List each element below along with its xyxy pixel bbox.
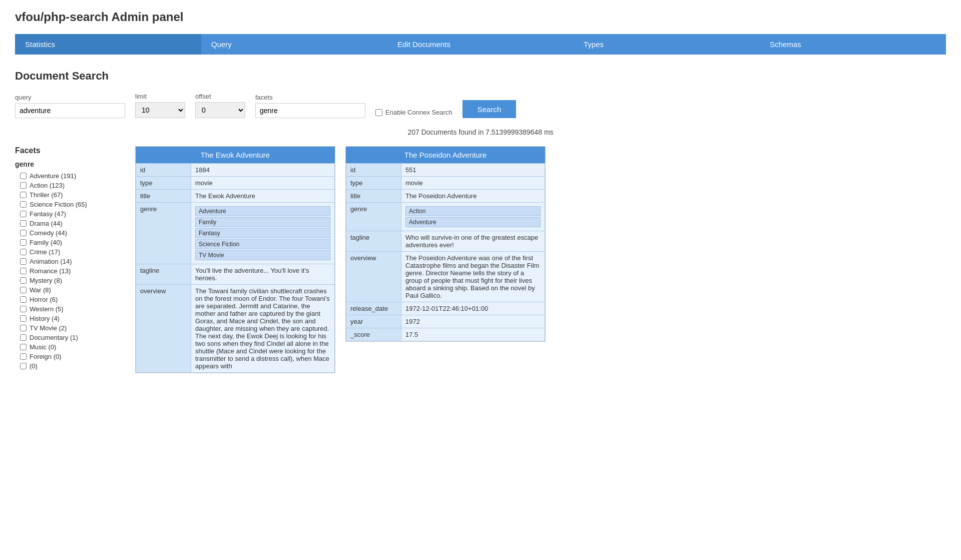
table-row: taglineYou'll live the adventure... You'… [136,264,335,285]
facet-checkbox[interactable] [20,258,27,265]
facet-label[interactable]: Thriller (67) [30,191,63,199]
facet-label[interactable]: Animation (14) [30,258,72,265]
field-value: 17.5 [401,328,545,341]
enable-connex-checkbox[interactable] [375,109,382,116]
facet-label[interactable]: Comedy (44) [30,229,67,237]
search-button[interactable]: Search [462,100,517,118]
facet-label[interactable]: TV Movie (2) [30,324,67,332]
field-value: The Towani family civilian shuttlecraft … [191,285,335,373]
facet-checkbox[interactable] [20,239,27,246]
genre-facet-label: genre [15,160,125,168]
field-key: overview [136,285,191,373]
field-key: id [346,164,401,177]
facet-item: Action (123) [15,181,125,190]
query-input[interactable] [15,103,125,118]
table-row: taglineWho will survive-in one of the gr… [346,231,545,252]
tab-schemas[interactable]: Schemas [760,34,946,55]
facet-checkbox[interactable] [20,249,27,255]
facet-checkbox[interactable] [20,201,27,208]
facet-item: Comedy (44) [15,228,125,238]
field-value: AdventureFamilyFantasyScience FictionTV … [191,203,335,264]
facet-label[interactable]: Horror (6) [30,296,58,303]
facet-label[interactable]: Science Fiction (65) [30,201,87,208]
facet-label[interactable]: Crime (17) [30,248,60,256]
facet-item: War (8) [15,285,125,295]
field-value: movie [191,177,335,190]
facet-item: Thriller (67) [15,190,125,200]
facets-title: Facets [15,146,125,155]
facet-item: History (4) [15,314,125,323]
doc-card-1: The Ewok Adventure id1884typemovietitleT… [135,146,335,373]
genre-tag: Fantasy [195,228,330,238]
facet-label[interactable]: History (4) [30,315,60,322]
facet-checkbox[interactable] [20,334,27,341]
facet-checkbox[interactable] [20,211,27,217]
facet-label[interactable]: Romance (13) [30,267,71,275]
facet-checkbox[interactable] [20,268,27,274]
facets-label: facets [255,94,365,101]
table-row: genreActionAdventure [346,203,545,231]
facet-label[interactable]: Mystery (8) [30,277,62,284]
facet-item: Western (5) [15,304,125,314]
facet-checkbox[interactable] [20,353,27,360]
table-row: genreAdventureFamilyFantasyScience Ficti… [136,203,335,264]
facet-checkbox[interactable] [20,182,27,189]
table-row: overviewThe Towani family civilian shutt… [136,285,335,373]
tab-query[interactable]: Query [201,34,387,55]
tab-statistics[interactable]: Statistics [15,34,201,55]
genre-tag: Science Fiction [195,239,330,249]
facet-item: Adventure (191) [15,171,125,181]
facet-item: Foreign (0) [15,352,125,361]
facet-label[interactable]: (0) [30,362,38,370]
facets-input[interactable] [255,103,365,118]
facet-checkbox[interactable] [20,173,27,179]
facet-label[interactable]: Foreign (0) [30,353,62,360]
offset-group: offset 0 10 20 [195,93,245,118]
facet-checkbox[interactable] [20,277,27,284]
facet-checkbox[interactable] [20,220,27,227]
facet-label[interactable]: Music (0) [30,343,56,351]
facet-label[interactable]: Drama (44) [30,220,63,227]
facet-item: Romance (13) [15,266,125,276]
table-row: titleThe Ewok Adventure [136,190,335,203]
facet-checkbox[interactable] [20,325,27,331]
facet-checkbox[interactable] [20,315,27,322]
limit-group: limit 10 20 50 [135,93,185,118]
doc1-table: id1884typemovietitleThe Ewok Adventurege… [136,163,335,373]
genre-tag: Family [195,217,330,227]
table-row: release_date1972-12-01T22:46:10+01:00 [346,302,545,315]
facet-label[interactable]: Documentary (1) [30,334,78,341]
tab-types[interactable]: Types [574,34,760,55]
facet-label[interactable]: Western (5) [30,305,64,313]
facet-label[interactable]: Family (40) [30,239,62,246]
section-title: Document Search [15,70,946,83]
field-value: The Ewok Adventure [191,190,335,203]
offset-select[interactable]: 0 10 20 [195,102,245,118]
facet-checkbox[interactable] [20,363,27,369]
facet-checkbox[interactable] [20,287,27,293]
facet-label[interactable]: Fantasy (47) [30,210,66,218]
field-key: title [346,190,401,203]
limit-select[interactable]: 10 20 50 [135,102,185,118]
facet-label[interactable]: War (8) [30,286,51,294]
facet-checkbox[interactable] [20,306,27,312]
tab-edit-documents[interactable]: Edit Documents [387,34,574,55]
query-group: query [15,94,125,118]
field-key: year [346,315,401,328]
facet-item: Drama (44) [15,219,125,228]
genre-tag: Action [405,206,541,216]
facet-checkbox[interactable] [20,296,27,303]
doc2-table: id551typemovietitleThe Poseidon Adventur… [346,163,545,341]
facet-checkbox[interactable] [20,344,27,350]
facet-checkbox[interactable] [20,230,27,236]
facet-checkbox[interactable] [20,192,27,198]
table-row: id551 [346,164,545,177]
offset-label: offset [195,93,245,100]
doc2-header: The Poseidon Adventure [346,147,545,163]
facet-label[interactable]: Action (123) [30,182,65,189]
facet-item: Family (40) [15,238,125,247]
field-value: 1972-12-01T22:46:10+01:00 [401,302,545,315]
facet-item: Mystery (8) [15,276,125,285]
facet-item: Fantasy (47) [15,209,125,219]
facet-label[interactable]: Adventure (191) [30,172,76,180]
